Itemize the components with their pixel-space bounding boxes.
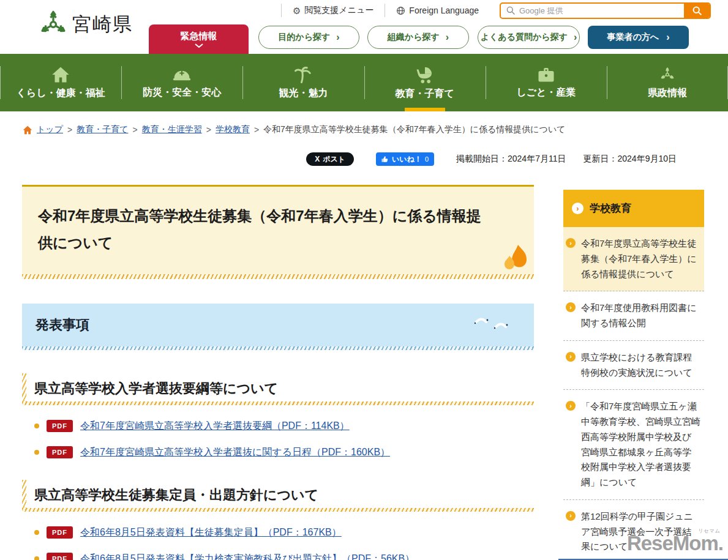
pdf-link-boshuu-teiin[interactable]: 令和6年8月5日発表資料【生徒募集定員】（PDF：167KB） bbox=[80, 526, 342, 539]
nav-item-bousai[interactable]: 防災・安全・安心 bbox=[121, 54, 242, 111]
list-item: PDF 令和6年8月5日発表資料【学力検査実施教科及び出題方針】（PDF：56K… bbox=[34, 553, 534, 560]
breadcrumb-link-top[interactable]: トップ bbox=[37, 124, 63, 135]
facebook-like-button[interactable]: いいね！ 0 bbox=[376, 152, 434, 166]
article-column: 令和7年度県立高等学校生徒募集（令和7年春入学生）に係る情報提供について 発表事… bbox=[22, 185, 534, 560]
emblem-icon bbox=[659, 66, 676, 83]
foreign-language-label: Foreign Language bbox=[409, 6, 479, 15]
pdf-badge: PDF bbox=[47, 526, 73, 539]
nav-item-kensei[interactable]: 県政情報 bbox=[607, 54, 728, 111]
home-icon bbox=[23, 125, 32, 135]
x-post-button[interactable]: X ポスト bbox=[306, 152, 354, 166]
sidebar-item-chuugakkou-senbatsu[interactable]: › 「令和7年度宮崎県立五ヶ瀬中等教育学校、宮崎県立宮崎西高等学校附属中学校及び… bbox=[563, 390, 704, 500]
bullet-icon bbox=[34, 556, 39, 560]
emergency-info-label: 緊急情報 bbox=[181, 31, 217, 42]
nav-item-shigoto[interactable]: しごと・産業 bbox=[486, 54, 607, 111]
breadcrumb-link-shougai[interactable]: 教育・生涯学習 bbox=[142, 124, 202, 135]
x-logo-icon: X bbox=[315, 155, 320, 163]
arrow-circle-icon: › bbox=[566, 511, 576, 521]
pdf-badge: PDF bbox=[47, 420, 73, 432]
nav-item-kurashi[interactable]: くらし・健康・福祉 bbox=[0, 54, 121, 111]
arrow-circle-icon: › bbox=[572, 203, 584, 214]
announcement-striped-border bbox=[22, 346, 534, 350]
emergency-info-button[interactable]: 緊急情報 bbox=[149, 24, 249, 54]
gear-icon: ⚙ bbox=[293, 6, 301, 15]
page-title-box: 令和7年度県立高等学校生徒募集（令和7年春入学生）に係る情報提供について bbox=[22, 185, 534, 274]
arrow-circle-icon: › bbox=[566, 302, 576, 312]
arrow-circle-icon: › bbox=[566, 238, 576, 248]
pdf-badge: PDF bbox=[47, 553, 73, 560]
globe-icon bbox=[396, 6, 405, 15]
bullet-icon bbox=[34, 424, 39, 428]
decorative-blob bbox=[500, 244, 528, 271]
stroller-icon bbox=[415, 65, 435, 84]
bullet-icon bbox=[34, 530, 39, 535]
page-title: 令和7年度県立高等学校生徒募集（令和7年春入学生）に係る情報提供について bbox=[38, 203, 518, 257]
arrow-circle-icon: › bbox=[566, 401, 576, 411]
sidebar-school-education: › 学校教育 › 令和7年度県立高等学校生徒募集（令和7年春入学生）に係る情報提… bbox=[563, 190, 704, 560]
sidebar-item-tokureiko[interactable]: › 県立学校における教育課程特例校の実施状況について bbox=[563, 341, 704, 390]
birds-decoration bbox=[473, 312, 517, 333]
sidebar-item-koushien-junior[interactable]: › 第12回科学の甲子園ジュニア宮崎県予選会一次予選結果について bbox=[563, 500, 704, 560]
helmet-icon bbox=[172, 67, 192, 83]
search-icon bbox=[501, 4, 516, 18]
updated-date: 更新日：2024年9月10日 bbox=[583, 154, 677, 165]
thumbs-up-icon bbox=[381, 155, 389, 163]
section-heading-2: 県立高等学校生徒募集定員・出題方針について bbox=[22, 480, 534, 512]
like-count: 0 bbox=[425, 155, 429, 163]
foreign-language-button[interactable]: Foreign Language bbox=[385, 4, 490, 17]
for-business-button[interactable]: 事業者の方へ› bbox=[588, 26, 689, 49]
search-by-organization-button[interactable]: 組織から探す› bbox=[367, 26, 469, 49]
published-date: 掲載開始日：2024年7月11日 bbox=[456, 154, 566, 165]
house-icon bbox=[51, 66, 70, 83]
accessibility-menu-label: 閲覧支援メニュー bbox=[304, 5, 373, 16]
search-icon bbox=[692, 6, 702, 16]
site-search bbox=[500, 2, 711, 19]
main-navigation: くらし・健康・福祉 防災・安全・安心 観光・魅力 教育・子育て しごと・産業 県… bbox=[0, 54, 728, 111]
breadcrumb-link-kyouiku[interactable]: 教育・子育て bbox=[77, 124, 128, 135]
pdf-link-list-2: PDF 令和6年8月5日発表資料【生徒募集定員】（PDF：167KB） PDF … bbox=[22, 526, 534, 560]
search-by-faq-button[interactable]: よくある質問から探す› bbox=[478, 26, 580, 49]
list-item: PDF 令和7年度宮崎県立高等学校入学者選抜要綱（PDF：114KB） bbox=[34, 420, 534, 433]
list-item: PDF 令和7年度宮崎県立高等学校入学者選抜に関する日程（PDF：160KB） bbox=[34, 446, 534, 459]
sidebar-item-kyoukasho-tosho[interactable]: › 令和7年度使用教科用図書に関する情報公開 bbox=[563, 291, 704, 341]
pdf-link-senbatsu-youkou[interactable]: 令和7年度宮崎県立高等学校入学者選抜要綱（PDF：114KB） bbox=[80, 420, 350, 433]
pdf-badge: PDF bbox=[47, 446, 73, 458]
chevron-right-icon: › bbox=[446, 32, 449, 43]
search-submit-button[interactable] bbox=[684, 4, 710, 18]
title-box-striped-border bbox=[22, 274, 534, 279]
chevron-down-icon bbox=[195, 43, 203, 48]
pdf-link-list-1: PDF 令和7年度宮崎県立高等学校入学者選抜要綱（PDF：114KB） PDF … bbox=[22, 420, 534, 459]
search-input[interactable] bbox=[516, 4, 684, 18]
arrow-circle-icon: › bbox=[566, 352, 576, 362]
announcement-banner-label: 発表事項 bbox=[36, 316, 520, 334]
breadcrumb: トップ > 教育・子育て > 教育・生涯学習 > 学校教育 > 令和7年度県立高… bbox=[23, 124, 566, 135]
bullet-icon bbox=[34, 450, 39, 455]
list-item: PDF 令和6年8月5日発表資料【生徒募集定員】（PDF：167KB） bbox=[34, 526, 534, 539]
section-heading-1: 県立高等学校入学者選抜要綱等について bbox=[22, 373, 534, 405]
nav-item-kankou[interactable]: 観光・魅力 bbox=[242, 54, 364, 111]
sidebar-header[interactable]: › 学校教育 bbox=[563, 190, 704, 227]
chevron-right-icon: › bbox=[666, 32, 669, 43]
active-tab-indicator bbox=[405, 108, 445, 111]
pdf-link-shutsudai-houshin[interactable]: 令和6年8月5日発表資料【学力検査実施教科及び出題方針】（PDF：56KB） bbox=[80, 553, 415, 560]
search-by-purpose-button[interactable]: 目的から探す› bbox=[258, 26, 359, 49]
chevron-right-icon: › bbox=[574, 32, 577, 43]
briefcase-icon bbox=[537, 66, 555, 83]
quick-button-row: 緊急情報 目的から探す› 組織から探す› よくある質問から探す› 事業者の方へ› bbox=[0, 23, 728, 54]
announcement-banner: 発表事項 bbox=[22, 304, 534, 346]
accessibility-menu-button[interactable]: ⚙ 閲覧支援メニュー bbox=[281, 4, 385, 17]
pdf-link-senbatsu-nittei[interactable]: 令和7年度宮崎県立高等学校入学者選抜に関する日程（PDF：160KB） bbox=[80, 446, 390, 459]
chevron-right-icon: › bbox=[336, 32, 339, 43]
nav-item-kyouiku[interactable]: 教育・子育て bbox=[364, 54, 486, 111]
sidebar-item-current-page[interactable]: › 令和7年度県立高等学校生徒募集（令和7年春入学生）に係る情報提供について bbox=[563, 227, 704, 291]
share-meta-row: X ポスト いいね！ 0 掲載開始日：2024年7月11日 更新日：2024年9… bbox=[0, 152, 677, 166]
breadcrumb-link-gakkou[interactable]: 学校教育 bbox=[216, 124, 250, 135]
palm-tree-icon bbox=[294, 66, 312, 83]
breadcrumb-current: 令和7年度県立高等学校生徒募集（令和7年春入学生）に係る情報提供について bbox=[263, 124, 566, 135]
